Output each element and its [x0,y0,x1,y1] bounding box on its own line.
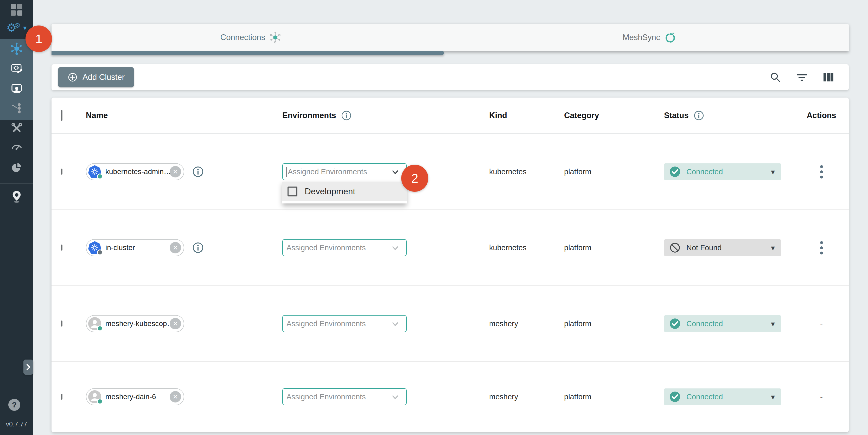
crossed-wrenches-icon [10,122,23,134]
table-row: meshery-kubescop… ✕ Assigned Environment… [52,286,849,362]
check-circle-icon [669,391,681,402]
text-cursor [286,167,287,177]
add-cluster-label: Add Cluster [83,72,125,82]
environments-placeholder: Assigned Environments [286,319,366,328]
location-pin-icon [11,190,23,203]
help-button[interactable]: ? [8,399,20,411]
tab-connections[interactable]: Connections [52,24,450,51]
table-row: meshery-dain-6 ✕ Assigned Environments m… [52,362,849,432]
sidebar-divider [0,210,33,210]
environments-select[interactable]: Assigned Environments [282,239,407,256]
remove-connection-icon[interactable]: ✕ [169,166,181,178]
status-dot [97,399,103,404]
chevron-down-icon[interactable] [391,244,399,252]
kebab-menu-button[interactable] [818,164,825,180]
tab-meshsync[interactable]: MeshSync [450,24,849,51]
info-icon[interactable] [192,242,204,254]
chevron-down-icon[interactable] [391,168,399,177]
meshery-avatar [88,317,101,330]
select-all-checkbox[interactable] [61,110,62,121]
meshery-avatar [88,390,101,403]
category-value: platform [564,244,664,252]
connection-chip[interactable]: in-cluster ✕ [86,239,184,256]
tab-connections-label: Connections [220,33,265,42]
info-icon[interactable] [192,166,204,178]
row-checkbox[interactable] [61,394,62,400]
connection-name: kubernetes-admin… [101,167,169,176]
meshery-app: ⚙⚙ ▾ [0,0,868,435]
chevron-right-icon [26,363,31,371]
check-circle-icon [669,318,681,330]
connection-chip[interactable]: kubernetes-admin… ✕ [86,163,184,180]
connection-chip[interactable]: meshery-dain-6 ✕ [86,388,184,405]
connection-name: meshery-dain-6 [101,393,169,401]
environments-select[interactable]: Assigned Environments [282,163,407,180]
add-cluster-button[interactable]: Add Cluster [58,67,134,87]
sidebar-item-service-mesh[interactable] [0,99,33,117]
column-header-name[interactable]: Name [86,111,282,120]
status-label: Connected [686,167,765,176]
status-label: Connected [686,393,765,401]
sidebar-item-configuration[interactable] [0,119,33,137]
environments-placeholder: Assigned Environments [288,167,367,176]
status-select[interactable]: Connected ▾ [664,163,781,180]
chevron-down-icon[interactable] [391,320,399,328]
connection-chip[interactable]: meshery-kubescop… ✕ [86,315,184,332]
status-select[interactable]: Connected ▾ [664,389,781,405]
tab-meshsync-label: MeshSync [623,33,660,42]
chevron-down-icon[interactable] [391,393,399,401]
category-value: platform [564,393,664,401]
sidebar-expand-button[interactable] [23,360,33,375]
plus-circle-icon [67,72,78,83]
row-checkbox[interactable] [61,320,62,327]
category-value: platform [564,319,664,328]
connections-mesh-icon [269,31,281,43]
column-header-kind[interactable]: Kind [489,111,564,120]
table-row: kubernetes-admin… ✕ Assigned Environment… [52,134,849,210]
gears-icon: ⚙⚙ ▾ [6,22,27,34]
row-checkbox[interactable] [61,168,62,175]
connection-name: meshery-kubescop… [101,319,169,328]
info-icon[interactable] [341,110,352,121]
environment-option-checkbox[interactable] [287,187,298,196]
status-dot [97,174,103,179]
remove-connection-icon[interactable]: ✕ [169,318,181,330]
sidebar-item-extensions[interactable] [0,159,33,177]
sidebar-item-performance[interactable] [0,137,33,155]
row-checkbox[interactable] [61,245,62,251]
sidebar-item-operator[interactable] [0,79,33,98]
kind-value: kubernetes [489,167,564,176]
connections-table: Name Environments Kind Category Status [52,98,849,432]
status-dot [97,325,103,331]
kubernetes-avatar [88,241,101,254]
table-tools [769,64,834,90]
search-icon[interactable] [769,71,781,83]
environment-option-label[interactable]: Development [305,187,355,196]
remove-connection-icon[interactable]: ✕ [169,391,181,402]
branch-nodes-icon [10,102,23,115]
filter-icon[interactable] [796,71,808,83]
environments-select[interactable]: Assigned Environments [282,315,407,332]
environments-select[interactable]: Assigned Environments [282,388,407,405]
kebab-menu-button[interactable] [818,240,825,256]
kind-value: meshery [489,319,564,328]
column-header-environments[interactable]: Environments [282,111,336,120]
status-select[interactable]: Not Found ▾ [664,239,781,256]
status-label: Connected [686,319,765,328]
column-header-actions[interactable]: Actions [794,111,849,120]
sidebar-item-dashboard[interactable] [0,1,33,19]
sidebar-item-location[interactable] [0,187,33,206]
remove-connection-icon[interactable]: ✕ [169,242,181,253]
version-label: v0.7.77 [0,421,33,428]
info-icon[interactable] [693,110,704,121]
status-select[interactable]: Connected ▾ [664,315,781,332]
annotation-step-1-badge: 1 [26,26,52,52]
column-header-category[interactable]: Category [564,111,664,120]
tab-bar: Connections MeshSync [52,24,849,51]
select-divider [381,319,381,329]
table-header-row: Name Environments Kind Category Status [52,98,849,134]
sidebar-item-adapters[interactable] [0,59,33,77]
column-header-status[interactable]: Status [664,111,689,120]
view-columns-icon[interactable] [823,71,834,83]
annotation-step-2-badge: 2 [401,165,428,192]
